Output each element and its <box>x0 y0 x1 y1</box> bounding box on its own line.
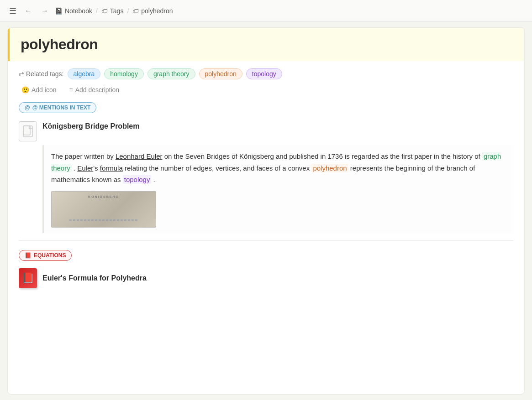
tag-topology[interactable]: topology <box>246 68 282 79</box>
tag-icon: 🏷 <box>132 7 139 15</box>
content-body: ⇄ Related tags: algebra homology graph t… <box>8 61 524 296</box>
book-icon-small: 📕 <box>25 252 32 259</box>
page-header: polyhedron <box>8 28 524 61</box>
related-tags-row: ⇄ Related tags: algebra homology graph t… <box>19 68 513 79</box>
tag-homology[interactable]: homology <box>104 68 144 79</box>
nav-bar: ☰ ← → 📓 Notebook / 🏷 Tags / 🏷 polyhedron <box>0 0 532 22</box>
smiley-icon: 🙂 <box>21 86 29 94</box>
excerpt-suffix: . <box>151 176 155 183</box>
doc-title[interactable]: Königsberg Bridge Problem <box>42 120 513 130</box>
equations-section: 📕 EQUATIONS 📕 Euler's Formula for Polyhe… <box>19 250 513 288</box>
forward-button[interactable]: → <box>38 5 51 17</box>
add-meta-row: 🙂 Add icon ≡ Add description <box>19 85 513 95</box>
tags-icon: 🏷 <box>101 7 108 15</box>
equation-title[interactable]: Euler's Formula for Polyhedra <box>42 274 147 282</box>
mentions-badge[interactable]: @ @ MENTIONS IN TEXT <box>19 102 96 113</box>
excerpt-middle2: . <box>72 164 78 172</box>
book-icon: 📕 <box>19 268 37 288</box>
equations-badge[interactable]: 📕 EQUATIONS <box>19 250 72 261</box>
at-icon: @ <box>25 104 30 111</box>
breadcrumb-separator-1: / <box>96 7 98 15</box>
breadcrumb-separator-2: / <box>127 7 129 15</box>
leonhard-euler-link[interactable]: Leonhard Euler <box>116 152 163 160</box>
lines-icon: ≡ <box>69 86 73 94</box>
text-excerpt: The paper written by Leonhard Euler on t… <box>42 145 513 233</box>
hamburger-menu-icon[interactable]: ☰ <box>7 4 18 18</box>
excerpt-middle3: 's <box>93 164 100 172</box>
document-icon <box>19 121 37 141</box>
euler-link[interactable]: Euler <box>77 164 93 172</box>
excerpt-prefix: The paper written by <box>51 152 116 160</box>
section-divider <box>19 240 513 241</box>
document-content: Königsberg Bridge Problem <box>42 120 513 134</box>
related-tags-label: ⇄ Related tags: <box>19 70 64 78</box>
notebook-icon: 📓 <box>55 7 63 15</box>
main-content-card: polyhedron ⇄ Related tags: algebra homol… <box>7 27 525 395</box>
document-entry: Königsberg Bridge Problem <box>19 120 513 141</box>
topology-highlight[interactable]: topology <box>123 175 152 184</box>
polyhedron-highlight[interactable]: polyhedron <box>311 164 348 172</box>
add-icon-button[interactable]: 🙂 Add icon <box>19 85 59 95</box>
breadcrumb-polyhedron[interactable]: 🏷 polyhedron <box>132 7 173 15</box>
back-button[interactable]: ← <box>22 5 35 17</box>
tag-graph-theory[interactable]: graph theory <box>147 68 195 79</box>
add-description-button[interactable]: ≡ Add description <box>66 85 122 95</box>
page-title: polyhedron <box>21 36 513 53</box>
formula-link[interactable]: formula <box>100 164 123 172</box>
equation-entry: 📕 Euler's Formula for Polyhedra <box>19 268 513 288</box>
excerpt-middle1: on the Seven Bridges of Königsberg and p… <box>162 152 482 160</box>
tag-algebra[interactable]: algebra <box>68 68 101 79</box>
sync-icon: ⇄ <box>19 70 24 78</box>
breadcrumb-notebook[interactable]: 📓 Notebook <box>55 7 92 15</box>
excerpt-middle4: relating the number of edges, vertices, … <box>123 164 312 172</box>
breadcrumb-tags[interactable]: 🏷 Tags <box>101 7 124 15</box>
tag-polyhedron[interactable]: polyhedron <box>199 68 242 79</box>
konigsberg-image <box>51 191 156 228</box>
